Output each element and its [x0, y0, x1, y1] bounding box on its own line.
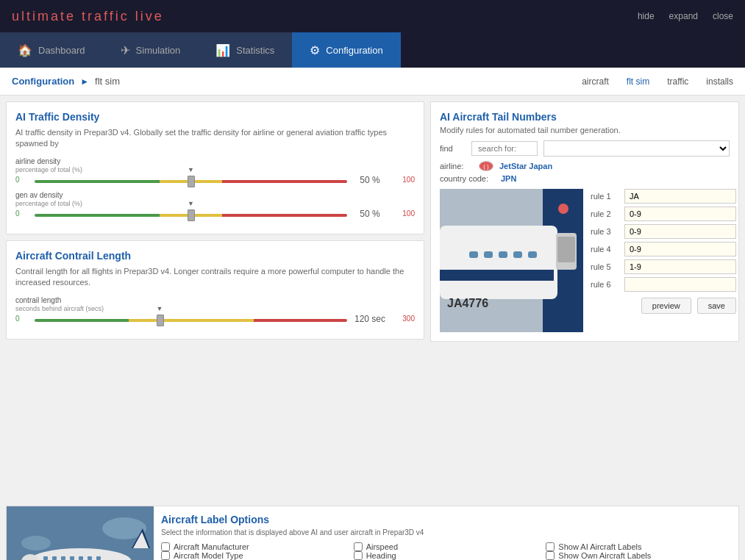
airline-density-slider[interactable]: [35, 180, 347, 183]
find-input[interactable]: [471, 141, 538, 156]
expand-button[interactable]: expand: [669, 11, 698, 21]
sub-header: Configuration ► flt sim aircraft flt sim…: [0, 68, 745, 96]
contrail-min: 0: [15, 315, 30, 323]
app-title-normal: ultimate traffic: [12, 9, 135, 24]
contrail-label: contrail length seconds behind aircraft …: [15, 296, 415, 312]
contrail-slider[interactable]: [35, 319, 347, 322]
save-tail-button[interactable]: save: [697, 298, 736, 314]
app-title: ultimate traffic Live: [12, 9, 164, 24]
breadcrumb: Configuration ► flt sim: [12, 76, 120, 87]
country-label: country code:: [440, 174, 495, 183]
airline-density-max: 100: [393, 176, 415, 184]
country-code: JPN: [501, 174, 516, 183]
genav-density-slider-wrapper: 0 ▼ 50 % 100: [15, 209, 415, 219]
genav-density-min: 0: [15, 209, 30, 218]
checkbox-show-ai-label: Show AI Aircraft Labels: [558, 542, 641, 551]
rules-panel: rule 1 rule 2 rule 3 rule 4: [591, 189, 736, 332]
airline-density-min: 0: [15, 176, 30, 184]
rule-6-label: rule 6: [591, 280, 620, 289]
rule-6-input[interactable]: [624, 277, 736, 292]
svg-rect-4: [484, 251, 493, 258]
checkbox-model-type-input[interactable]: [161, 551, 170, 560]
checkbox-airspeed-input[interactable]: [354, 542, 363, 551]
rule-4-input[interactable]: [624, 242, 736, 256]
checkbox-show-own: Show Own Aircraft Labels: [546, 551, 731, 560]
checkbox-manufacturer-label: Aircraft Manufacturer: [174, 542, 249, 551]
rule-1-input[interactable]: [624, 189, 736, 204]
tab-configuration[interactable]: ⚙ Configuration: [292, 32, 400, 68]
airline-density-slider-wrapper: 0 ▼ 50 % 100: [15, 175, 415, 185]
sub-nav-aircraft[interactable]: aircraft: [582, 76, 609, 87]
rule-row-2: rule 2: [591, 207, 736, 221]
airline-density-label: airline density percentage of total (%): [15, 157, 415, 173]
main-content: Configuration ► flt sim aircraft flt sim…: [0, 68, 745, 560]
checkbox-show-own-input[interactable]: [546, 551, 555, 560]
sub-nav-installs[interactable]: installs: [706, 76, 733, 87]
find-row: find: [440, 140, 730, 157]
checkbox-heading-label: Heading: [366, 551, 396, 560]
breadcrumb-arrow: ►: [80, 76, 89, 87]
country-row: country code: JPN: [440, 174, 730, 183]
rule-5-input[interactable]: [624, 259, 736, 274]
united-plane-svg: UNITED: [7, 506, 154, 560]
svg-rect-3: [469, 251, 478, 258]
svg-rect-8: [440, 270, 554, 281]
rule-row-6: rule 6: [591, 277, 736, 292]
airline-logo: ( ): [479, 161, 493, 171]
contrail-slider-wrapper: 0 ▼ 120 sec 300: [15, 314, 415, 324]
svg-rect-5: [499, 251, 507, 258]
content-area: AI Traffic Density AI traffic density in…: [0, 96, 745, 506]
svg-rect-26: [79, 556, 83, 560]
contrail-slider-row: contrail length seconds behind aircraft …: [15, 296, 415, 324]
checkbox-heading-input[interactable]: [354, 551, 363, 560]
sub-nav: aircraft flt sim traffic installs: [582, 76, 733, 87]
checkboxes-col2: Airspeed Heading Callsign Callsign: [354, 542, 539, 560]
tab-dashboard-label: Dashboard: [38, 45, 85, 56]
simulation-icon: ✈: [121, 43, 130, 57]
close-button[interactable]: close: [713, 11, 733, 21]
aircraft-preview: JA4776: [440, 189, 583, 332]
airline-density-value: 50 %: [352, 175, 388, 185]
left-panel: AI Traffic Density AI traffic density in…: [6, 101, 424, 500]
checkbox-airspeed-label: Airspeed: [366, 542, 398, 551]
airline-label: airline:: [440, 162, 473, 170]
genav-density-slider[interactable]: [35, 214, 347, 217]
rule-4-label: rule 4: [591, 245, 620, 254]
rule-2-input[interactable]: [624, 207, 736, 221]
tab-simulation[interactable]: ✈ Simulation: [103, 32, 199, 68]
airline-density-row: airline density percentage of total (%) …: [15, 157, 415, 185]
tail-numbers-card: AI Aircraft Tail Numbers Modify rules fo…: [430, 101, 739, 342]
svg-rect-28: [96, 556, 101, 560]
preview-button[interactable]: preview: [641, 298, 691, 314]
checkbox-manufacturer-input[interactable]: [161, 542, 170, 551]
svg-rect-22: [43, 556, 48, 560]
tab-statistics[interactable]: 📊 Statistics: [198, 32, 292, 68]
rule-3-input[interactable]: [624, 224, 736, 239]
contrail-title: Aircraft Contrail Length: [15, 250, 415, 262]
aircraft-image-box: UNITED: [7, 506, 154, 560]
rule-3-label: rule 3: [591, 227, 620, 236]
contrail-value: 120 sec: [352, 314, 388, 324]
contrail-desc: Contrail length for all flights in Prepa…: [15, 266, 415, 289]
sub-nav-fltsim[interactable]: flt sim: [627, 76, 649, 87]
svg-rect-6: [513, 251, 522, 258]
svg-rect-2: [440, 226, 557, 299]
svg-rect-27: [88, 556, 92, 560]
sub-nav-traffic[interactable]: traffic: [667, 76, 688, 87]
airline-dropdown[interactable]: [543, 140, 730, 157]
tab-dashboard[interactable]: 🏠 Dashboard: [0, 32, 103, 68]
checkbox-airspeed: Airspeed: [354, 542, 539, 551]
breadcrumb-current: flt sim: [95, 76, 120, 87]
ai-traffic-desc: AI traffic density in Prepar3D v4. Globa…: [15, 127, 415, 150]
tab-configuration-label: Configuration: [326, 45, 382, 56]
checkbox-heading: Heading: [354, 551, 539, 560]
bottom-section: UNITED Aircraft Label Options Select the…: [0, 506, 745, 560]
aircraft-label-card: UNITED Aircraft Label Options Select the…: [6, 506, 739, 560]
svg-rect-7: [528, 251, 537, 258]
tail-numbers-desc: Modify rules for automated tail number g…: [440, 126, 730, 134]
rule-2-label: rule 2: [591, 209, 620, 218]
rule-1-label: rule 1: [591, 192, 620, 201]
hide-button[interactable]: hide: [638, 11, 655, 21]
label-options-title: Aircraft Label Options: [161, 514, 731, 525]
checkbox-show-ai-input[interactable]: [546, 542, 555, 551]
